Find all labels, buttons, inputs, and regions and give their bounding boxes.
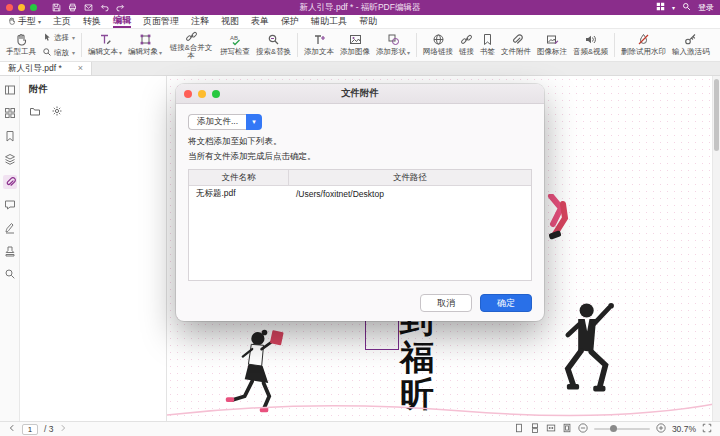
toolbar-add-image[interactable]: 添加图像	[337, 30, 373, 61]
vertical-scrollbar[interactable]	[712, 76, 720, 421]
file-name-cell: 无标题.pdf	[189, 186, 289, 202]
menu-protect[interactable]: 保护	[281, 15, 299, 28]
bookmarks-icon[interactable]	[3, 129, 17, 143]
next-page-icon[interactable]	[59, 424, 67, 434]
menu-page-management[interactable]: 页面管理	[143, 15, 179, 28]
select-icon	[42, 32, 52, 44]
toolbar-add-text[interactable]: 添加文本	[301, 30, 337, 61]
dialog-hint-line-2: 当所有文件添加完成后点击确定。	[188, 151, 532, 163]
tab-bar: 新人引导.pdf * ×	[0, 62, 720, 76]
ok-button[interactable]: 确定	[480, 294, 532, 312]
chevron-down-icon[interactable]: ▾	[672, 4, 675, 11]
panel-toggle-icon[interactable]	[3, 83, 17, 97]
toolbar-add-shape[interactable]: 添加形状▾	[373, 30, 413, 61]
edit-text-icon	[99, 33, 112, 46]
add-file-split-button: 添加文件... ▾	[188, 114, 532, 130]
dialog-close-button[interactable]	[184, 90, 192, 98]
stamps-icon[interactable]	[3, 244, 17, 258]
menu-home[interactable]: 主页	[53, 15, 71, 28]
save-icon[interactable]	[52, 3, 61, 12]
add-file-button[interactable]: 添加文件...	[188, 114, 246, 130]
fit-width-icon[interactable]	[546, 423, 556, 435]
toolbar-zoom[interactable]: 缩放▾	[42, 47, 75, 59]
search-icon[interactable]	[682, 2, 691, 13]
prev-page-icon[interactable]	[8, 424, 16, 434]
attachments-panel-tools	[20, 100, 166, 124]
toolbar-spell-check[interactable]: AB 拼写检查	[217, 30, 253, 61]
continuous-view-icon[interactable]	[530, 423, 540, 435]
document-tab[interactable]: 新人引导.pdf * ×	[0, 62, 92, 75]
open-attachment-icon[interactable]	[29, 103, 41, 121]
titlebar: 新人引导.pdf * - 福昕PDF编辑器 ▾ 登录	[0, 0, 720, 15]
toolbar-audio-video[interactable]: 音频&视频	[570, 30, 611, 61]
window-close-button[interactable]	[6, 4, 13, 11]
undo-icon[interactable]	[100, 3, 109, 12]
toolbar-file-attachment[interactable]: 文件附件	[498, 30, 534, 61]
menu-convert[interactable]: 转换	[83, 15, 101, 28]
toolbar-edit-object[interactable]: 编辑对象▾	[125, 30, 165, 61]
login-link[interactable]: 登录	[698, 2, 714, 13]
menu-comment[interactable]: 注释	[191, 15, 209, 28]
navigation-strip	[0, 76, 20, 421]
mail-icon[interactable]	[84, 3, 93, 12]
signature-icon[interactable]	[3, 221, 17, 235]
toolbar-link[interactable]: 链接	[456, 30, 477, 61]
zoom-slider[interactable]	[594, 428, 650, 430]
dialog-titlebar[interactable]: 文件附件	[176, 84, 544, 104]
add-file-dropdown-button[interactable]: ▾	[246, 114, 262, 130]
toolbar-hand-tool[interactable]: 手型工具	[3, 30, 39, 61]
toolbar-remove-trial-watermark[interactable]: 删除试用水印	[618, 30, 669, 61]
dialog-minimize-button[interactable]	[198, 90, 206, 98]
toolbar-search-replace[interactable]: 搜索&替换	[253, 30, 294, 61]
toolbar-web-link[interactable]: 网络链接	[420, 30, 456, 61]
toolbar-bookmark[interactable]: 书签	[477, 30, 498, 61]
app-window: 新人引导.pdf * - 福昕PDF编辑器 ▾ 登录 手型▾ 主页 转换 编辑 …	[0, 0, 720, 436]
attachment-settings-icon[interactable]	[51, 103, 63, 121]
page-total-label: / 3	[44, 424, 53, 434]
layout-icon[interactable]	[656, 2, 665, 13]
toolbar-link-join-text[interactable]: 链接&合并文本	[165, 30, 217, 61]
toolbar-select[interactable]: 选择▾	[42, 32, 75, 44]
dialog-title: 文件附件	[176, 87, 544, 100]
selection-outline	[365, 319, 399, 350]
print-icon[interactable]	[68, 3, 77, 12]
page-number-input[interactable]	[22, 424, 38, 435]
scrollbar-thumb[interactable]	[714, 79, 719, 151]
toolbar-enter-activation-code[interactable]: 输入激活码	[669, 30, 713, 61]
window-zoom-button[interactable]	[30, 4, 37, 11]
menu-help[interactable]: 帮助	[359, 15, 377, 28]
menu-view[interactable]: 视图	[221, 15, 239, 28]
add-image-icon	[349, 33, 362, 46]
zoom-in-icon[interactable]	[656, 423, 666, 435]
thumbnails-icon[interactable]	[3, 106, 17, 120]
tab-close-icon[interactable]: ×	[78, 64, 83, 73]
window-minimize-button[interactable]	[18, 4, 25, 11]
fullscreen-icon[interactable]	[702, 423, 712, 435]
zoom-slider-knob[interactable]	[610, 425, 617, 432]
menu-accessibility[interactable]: 辅助工具	[311, 15, 347, 28]
search-panel-icon[interactable]	[3, 267, 17, 281]
attachment-table-header: 文件名称 文件路径	[189, 170, 531, 186]
fit-page-icon[interactable]	[562, 423, 572, 435]
layers-icon[interactable]	[3, 152, 17, 166]
svg-text:AB: AB	[230, 35, 238, 41]
table-row[interactable]: 无标题.pdf /Users/foxitnet/Desktop	[189, 186, 531, 202]
redo-icon[interactable]	[116, 3, 125, 12]
zoom-out-icon[interactable]	[578, 423, 588, 435]
single-page-view-icon[interactable]	[514, 423, 524, 435]
dialog-zoom-button[interactable]	[212, 90, 220, 98]
menu-hand-mode[interactable]: 手型▾	[8, 15, 41, 28]
menu-form[interactable]: 表单	[251, 15, 269, 28]
attachments-panel-title: 附件	[20, 76, 166, 100]
menu-edit[interactable]: 编辑	[113, 15, 131, 28]
toolbar-image-annotation[interactable]: 图像标注	[534, 30, 570, 61]
column-header-file-name: 文件名称	[189, 170, 289, 185]
toolbar-edit-text[interactable]: 编辑文本▾	[85, 30, 125, 61]
comments-icon[interactable]	[3, 198, 17, 212]
hand-tool-icon	[15, 33, 28, 46]
edit-object-icon	[139, 33, 152, 46]
chevron-down-icon: ▾	[252, 118, 256, 126]
attachments-icon[interactable]	[3, 175, 17, 189]
cancel-button[interactable]: 取消	[420, 294, 472, 312]
remove-watermark-icon	[637, 33, 650, 46]
